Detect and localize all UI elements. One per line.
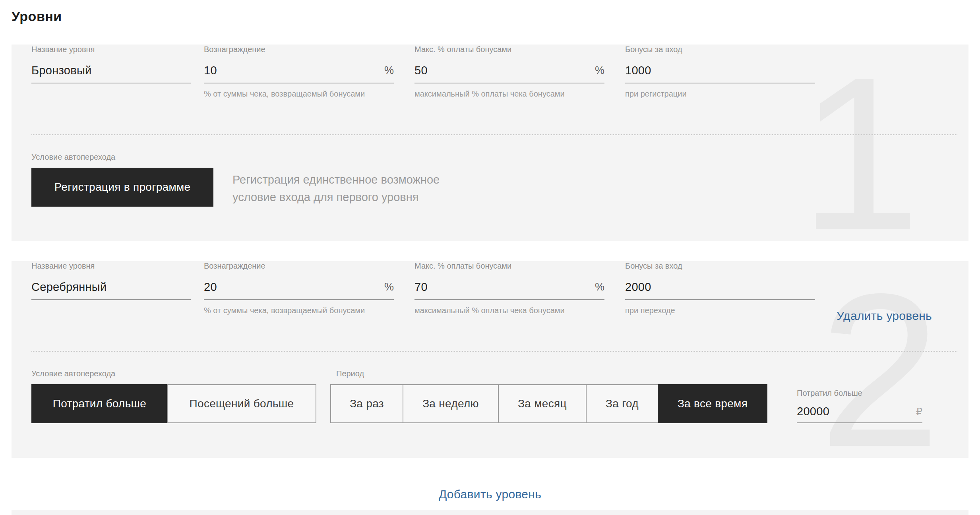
reward-field: Вознаграждение 20 % % от суммы чека, воз… — [204, 261, 394, 315]
divider — [31, 351, 957, 352]
spent-more-field: Потратил больше 20000 ₽ — [797, 388, 922, 423]
divider — [31, 134, 957, 135]
condition-button-group: Регистрация в программе — [31, 168, 213, 207]
percent-suffix: % — [384, 64, 394, 77]
period-month-button[interactable]: За месяц — [498, 384, 587, 423]
field-hint: при регистрации — [625, 89, 815, 99]
entry-bonus-input[interactable]: 2000 — [625, 275, 815, 300]
max-bonus-percent-field: Макс. % оплаты бонусами 50 % максимальны… — [414, 45, 604, 99]
level-card-1: 1 Название уровня Бронзовый Вознагражден… — [12, 45, 968, 241]
period-year-button[interactable]: За год — [586, 384, 658, 423]
entry-bonus-field: Бонусы за вход 2000 при переходе — [625, 261, 815, 315]
field-label: Название уровня — [31, 261, 191, 271]
auto-transition-label: Условие автоперехода — [31, 153, 115, 162]
field-label: Бонусы за вход — [625, 261, 815, 271]
field-hint: при переходе — [625, 306, 815, 315]
level-number-watermark: 1 — [799, 45, 921, 241]
reward-input[interactable]: 20 % — [204, 275, 394, 300]
max-bonus-percent-input[interactable]: 70 % — [414, 275, 604, 300]
field-hint: % от суммы чека, возвращаемый бонусами — [204, 306, 394, 315]
max-bonus-percent-input[interactable]: 50 % — [414, 58, 604, 83]
level-card-2: 2 Название уровня Серебрянный Вознагражд… — [12, 261, 968, 458]
page-title: Уровни — [12, 9, 62, 24]
reward-input[interactable]: 10 % — [204, 58, 394, 83]
period-once-button[interactable]: За раз — [330, 384, 403, 423]
percent-suffix: % — [595, 64, 604, 77]
reward-field: Вознаграждение 10 % % от суммы чека, воз… — [204, 45, 394, 99]
field-label: Макс. % оплаты бонусами — [414, 261, 604, 271]
spent-more-input[interactable]: 20000 ₽ — [797, 400, 922, 423]
visits-more-condition-button[interactable]: Посещений больше — [167, 384, 316, 423]
next-card-edge — [12, 510, 968, 515]
field-label: Название уровня — [31, 45, 191, 54]
add-level-link[interactable]: Добавить уровень — [0, 488, 980, 501]
spent-more-condition-button[interactable]: Потратил больше — [31, 384, 168, 423]
level-number-watermark: 2 — [819, 261, 941, 458]
level-name-field: Название уровня Бронзовый — [31, 45, 191, 83]
field-label: Макс. % оплаты бонусами — [414, 45, 604, 54]
period-button-group: За раз За неделю За месяц За год За все … — [330, 384, 767, 423]
field-label: Потратил больше — [797, 388, 922, 398]
field-label: Вознаграждение — [204, 261, 394, 271]
condition-note: Регистрация единственное возможное услов… — [232, 171, 471, 206]
percent-suffix: % — [595, 281, 604, 293]
max-bonus-percent-field: Макс. % оплаты бонусами 70 % максимальны… — [414, 261, 604, 315]
field-label: Вознаграждение — [204, 45, 394, 54]
field-hint: максимальный % оплаты чека бонусами — [414, 306, 604, 315]
auto-transition-label: Условие автоперехода — [31, 369, 115, 378]
entry-bonus-input[interactable]: 1000 — [625, 58, 815, 83]
period-alltime-button[interactable]: За все время — [658, 384, 767, 423]
percent-suffix: % — [384, 281, 394, 293]
field-hint: максимальный % оплаты чека бонусами — [414, 89, 604, 99]
field-hint: % от суммы чека, возвращаемый бонусами — [204, 89, 394, 99]
level-name-input[interactable]: Бронзовый — [31, 58, 191, 83]
ruble-suffix: ₽ — [916, 406, 922, 417]
field-label: Бонусы за вход — [625, 45, 815, 54]
period-week-button[interactable]: За неделю — [403, 384, 499, 423]
level-name-input[interactable]: Серебрянный — [31, 275, 191, 300]
delete-level-link[interactable]: Удалить уровень — [837, 309, 932, 323]
period-label: Период — [336, 369, 364, 378]
entry-bonus-field: Бонусы за вход 1000 при регистрации — [625, 45, 815, 99]
registration-condition-button[interactable]: Регистрация в программе — [31, 168, 213, 207]
condition-button-group: Потратил больше Посещений больше — [31, 384, 316, 423]
level-name-field: Название уровня Серебрянный — [31, 261, 191, 300]
